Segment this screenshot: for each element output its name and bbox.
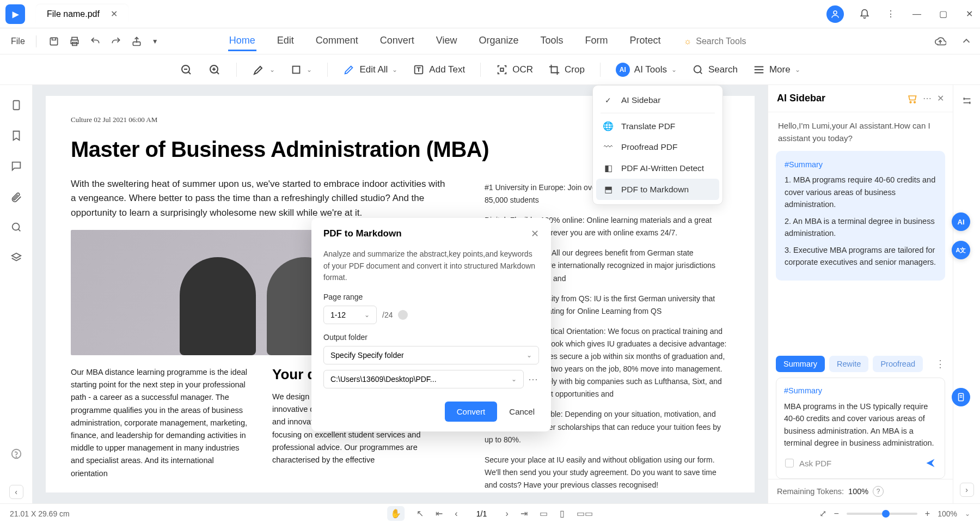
more-button[interactable]: More⌄ (753, 64, 800, 76)
dd-proofread[interactable]: 〰Proofread PDF (593, 137, 722, 157)
layers-icon[interactable] (10, 252, 22, 264)
add-text-button[interactable]: Add Text (413, 64, 465, 76)
single-page-icon[interactable]: ▭ (540, 508, 548, 519)
ai-close-icon[interactable]: ✕ (937, 93, 944, 104)
continuous-icon[interactable]: ▯ (560, 508, 565, 519)
zoom-in-sb-icon[interactable]: + (925, 509, 930, 519)
output-mode-select[interactable]: Specify Specify folder⌄ (323, 346, 539, 364)
shape-button[interactable]: ⌄ (290, 64, 312, 76)
chip-proofread[interactable]: Proofread (873, 356, 923, 372)
close-window-icon[interactable]: ✕ (964, 9, 975, 20)
bell-icon[interactable] (859, 9, 870, 20)
float-translate-badge[interactable]: A文 (952, 241, 970, 259)
ask-pdf-checkbox[interactable] (785, 459, 794, 467)
modal-description: Analyze and summarize the abstract,key p… (323, 248, 539, 284)
cloud-upload-icon[interactable] (934, 35, 946, 47)
zoom-out-sb-icon[interactable]: − (834, 509, 839, 519)
page-input[interactable] (470, 509, 494, 518)
facing-icon[interactable]: ▭▭ (577, 508, 593, 519)
attachment-icon[interactable] (10, 191, 22, 203)
zoom-slider[interactable] (847, 513, 917, 515)
right-rail-collapse[interactable]: › (960, 483, 974, 497)
float-doc-badge[interactable] (952, 388, 970, 406)
svg-rect-1 (50, 38, 57, 45)
zoom-out-button[interactable] (180, 63, 193, 76)
undo-icon[interactable] (90, 36, 101, 47)
comment-icon[interactable] (10, 160, 22, 172)
file-menu[interactable]: File (8, 37, 28, 46)
ocr-button[interactable]: OCR (496, 64, 533, 76)
svg-point-16 (914, 101, 916, 103)
maximize-icon[interactable]: ▢ (938, 9, 948, 20)
tab-convert[interactable]: Convert (379, 32, 415, 51)
close-tab-icon[interactable]: ✕ (111, 9, 118, 19)
ai-action-chips: Summary Rewite Proofread ⋮ (776, 356, 945, 372)
page-range-select[interactable]: 1-12⌄ (323, 306, 377, 324)
float-ai-badge[interactable]: AI (952, 212, 970, 231)
share-icon[interactable] (131, 36, 142, 47)
save-icon[interactable] (48, 36, 59, 47)
select-tool-icon[interactable]: ↖ (416, 508, 424, 519)
left-rail: ‹ (0, 85, 33, 503)
last-page-icon[interactable]: ⇥ (520, 508, 528, 519)
collapse-ribbon-icon[interactable] (960, 35, 972, 47)
chip-rewrite[interactable]: Rewite (829, 356, 868, 372)
kebab-menu-icon[interactable]: ⋮ (885, 9, 896, 20)
search-tools[interactable]: ☼ (684, 37, 767, 46)
tab-tools[interactable]: Tools (540, 32, 565, 51)
tab-comment[interactable]: Comment (315, 32, 359, 51)
tokens-help-icon[interactable]: ? (873, 486, 884, 497)
left-rail-collapse[interactable]: ‹ (9, 485, 23, 499)
app-logo: ▸ (5, 4, 25, 24)
tab-organize[interactable]: Organize (477, 32, 519, 51)
ai-more-icon[interactable]: ⋯ (923, 93, 932, 104)
ask-pdf-label[interactable]: Ask PDF (799, 457, 920, 470)
tab-view[interactable]: View (435, 32, 458, 51)
tab-home[interactable]: Home (228, 32, 256, 51)
ai-tools-button[interactable]: AIAI Tools⌄ (616, 63, 677, 77)
doc-intro: With the sweltering heat of summer upon … (71, 177, 452, 220)
first-page-icon[interactable]: ⇤ (436, 508, 443, 519)
next-page-icon[interactable]: › (506, 509, 509, 519)
help-icon[interactable] (10, 448, 22, 460)
send-icon[interactable] (925, 458, 936, 469)
edit-all-button[interactable]: Edit All⌄ (343, 64, 397, 76)
document-tab[interactable]: File name.pdf ✕ (36, 4, 128, 23)
svg-point-10 (694, 65, 701, 72)
dropdown-caret-icon[interactable]: ▼ (152, 38, 158, 45)
search-tools-input[interactable] (696, 37, 767, 46)
hand-tool-icon[interactable]: ✋ (387, 506, 405, 521)
print-icon[interactable] (69, 36, 80, 47)
highlight-button[interactable]: ⌄ (252, 63, 275, 76)
user-avatar[interactable] (826, 5, 844, 23)
tab-edit[interactable]: Edit (276, 32, 295, 51)
thumbnails-icon[interactable] (10, 99, 22, 111)
search-rail-icon[interactable] (10, 221, 22, 233)
prev-page-icon[interactable]: ‹ (455, 509, 457, 519)
zoom-in-button[interactable] (208, 63, 221, 76)
output-path-select[interactable]: C:\Users\13609\Desktop\PDF...⌄ (323, 370, 524, 388)
redo-icon[interactable] (111, 36, 121, 47)
range-radio[interactable] (398, 310, 408, 320)
dd-markdown[interactable]: ⬒PDF to Markdown (596, 179, 719, 200)
fit-width-icon[interactable]: ⤢ (819, 508, 826, 519)
dd-translate[interactable]: 🌐Translate PDF (593, 115, 722, 137)
dd-ai-detect[interactable]: ◧PDF AI-Written Detect (593, 157, 722, 179)
chip-summary[interactable]: Summary (776, 356, 825, 372)
properties-icon[interactable] (961, 95, 973, 107)
cart-icon[interactable] (906, 93, 917, 104)
tab-form[interactable]: Form (584, 32, 609, 51)
svg-point-12 (12, 223, 19, 230)
zoom-dropdown-icon[interactable]: ⌄ (965, 510, 970, 518)
modal-close-icon[interactable]: ✕ (531, 228, 539, 240)
chip-more-icon[interactable]: ⋮ (935, 358, 945, 370)
browse-icon[interactable]: ⋯ (528, 373, 539, 385)
crop-button[interactable]: Crop (548, 64, 585, 76)
convert-button[interactable]: Convert (445, 402, 498, 422)
dd-ai-sidebar[interactable]: ✓AI Sidebar (593, 90, 722, 111)
cancel-button[interactable]: Cancel (505, 402, 539, 422)
bookmark-icon[interactable] (10, 130, 22, 142)
minimize-icon[interactable]: — (911, 9, 922, 20)
tab-protect[interactable]: Protect (629, 32, 662, 51)
search-button[interactable]: Search (692, 64, 738, 76)
